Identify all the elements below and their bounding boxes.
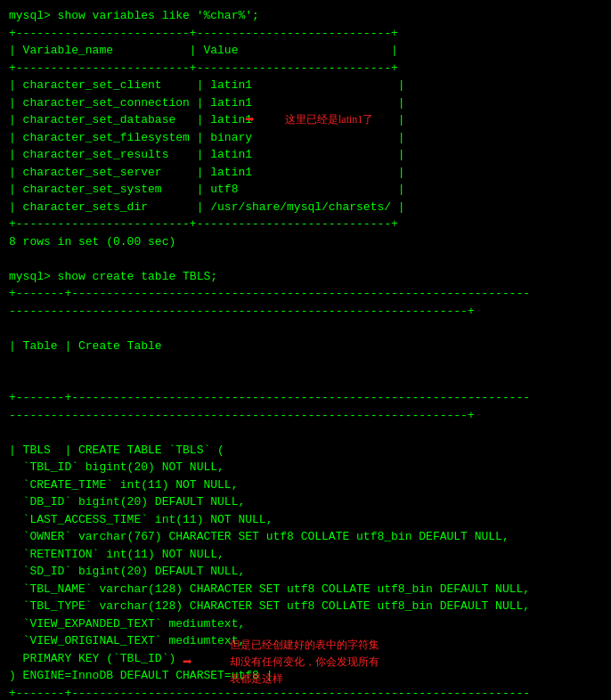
command-1: mysql> show variables like '%char%';	[9, 7, 602, 25]
separator-1: +-------------------------+-------------…	[9, 25, 602, 43]
row-client: | character_set_client | latin1 |	[9, 77, 602, 94]
create-table-line-6: `OWNER` varchar(767) CHARACTER SET utf8 …	[9, 528, 602, 546]
create-table-line-5: `LAST_ACCESS_TIME` int(11) NOT NULL,	[9, 511, 602, 529]
row-server: | character_set_server | latin1 |	[9, 164, 602, 182]
create-table-line-4: `DB_ID` bigint(20) DEFAULT NULL,	[9, 493, 602, 511]
row-count: 8 rows in set (0.00 sec)	[9, 233, 602, 251]
row-database-wrapper: | character_set_database | latin1 | ➡ 这里…	[9, 111, 602, 129]
blank-5	[9, 424, 602, 442]
row-filesystem: | character_set_filesystem | binary |	[9, 129, 602, 147]
create-table-line-9: `TBL_NAME` varchar(128) CHARACTER SET ut…	[9, 581, 602, 598]
dash-line-4: ----------------------------------------…	[9, 407, 602, 425]
blank-3	[9, 354, 602, 372]
create-table-block: | TBLS | CREATE TABLE `TBLS` ( `TBL_ID` …	[9, 442, 602, 685]
create-table-line-1: | TBLS | CREATE TABLE `TBLS` (	[9, 442, 602, 460]
row-connection: | character_set_connection | latin1 |	[9, 94, 602, 112]
annotation-2: 但是已经创建好的表中的字符集 却没有任何变化，你会发现所有 表都是这样	[230, 637, 408, 688]
arrow-icon-1: ➡	[245, 112, 255, 128]
create-table-line-7: `RETENTION` int(11) NOT NULL,	[9, 546, 602, 564]
row-results: | character_set_results | latin1 |	[9, 146, 602, 164]
dash-line-1: +-------+-------------------------------…	[9, 285, 602, 303]
separator-2: +-------------------------+-------------…	[9, 60, 602, 77]
create-table-line-2: `TBL_ID` bigint(20) NOT NULL,	[9, 459, 602, 476]
separator-3: +-------------------------+-------------…	[9, 216, 602, 233]
variables-table-block: | character_set_client | latin1 | | char…	[9, 77, 602, 216]
row-system: | character_set_system | utf8 |	[9, 181, 602, 199]
arrow-icon-2: ➡	[183, 651, 192, 675]
annotation-1: 这里已经是latin1了	[285, 111, 373, 127]
blank-4	[9, 372, 602, 390]
dash-line-3: +-------+-------------------------------…	[9, 389, 602, 407]
command-2: mysql> show create table TBLS;	[9, 268, 602, 286]
row-charsets-dir: | character_sets_dir | /usr/share/mysql/…	[9, 199, 602, 216]
table-header-2: | Table | Create Table	[9, 338, 602, 355]
blank-2	[9, 320, 602, 338]
primary-key-wrapper: PRIMARY KEY (`TBL_ID`) ➡ 但是已经创建好的表中的字符集 …	[9, 650, 602, 668]
terminal-window: mysql> show variables like '%char%'; +--…	[9, 7, 602, 700]
table-header: | Variable_name | Value |	[9, 42, 602, 60]
blank-1	[9, 250, 602, 268]
create-table-line-10: `TBL_TYPE` varchar(128) CHARACTER SET ut…	[9, 598, 602, 615]
dash-line-2: ----------------------------------------…	[9, 303, 602, 321]
create-table-line-11: `VIEW_EXPANDED_TEXT` mediumtext,	[9, 615, 602, 633]
create-table-line-8: `SD_ID` bigint(20) DEFAULT NULL,	[9, 563, 602, 581]
create-table-line-3: `CREATE_TIME` int(11) NOT NULL,	[9, 476, 602, 494]
